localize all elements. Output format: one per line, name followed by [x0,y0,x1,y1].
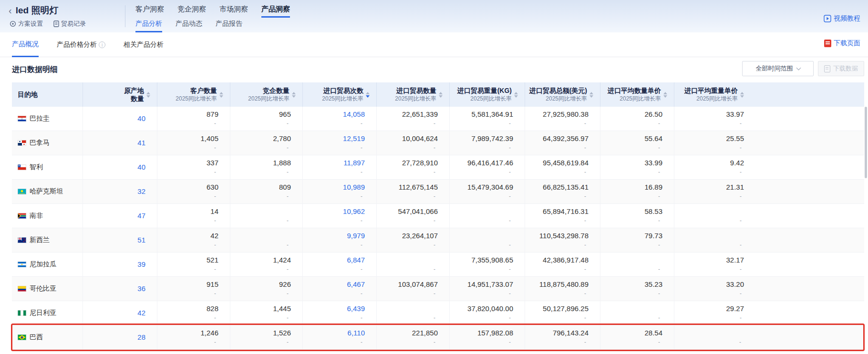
cell-competitor_count: - [230,204,303,228]
metric-value: 337 [207,159,218,167]
column-header-import_trade_weight_kg[interactable]: 进口贸易重量(KG)2025同比增长率 [450,82,525,107]
column-header-origin_count[interactable]: 原产地数量 [83,82,157,107]
metric-value: 5,581,364.91 [471,110,513,119]
metric-value: 157,982.08 [477,329,513,337]
tab-price-analysis[interactable]: 产品价格分析 i [57,32,105,57]
cell-origin-count: 42 [83,301,157,325]
metric-value: 33.20 [726,280,744,289]
cell-destination: 智利 [12,155,83,179]
sort-carets-icon[interactable] [292,92,296,98]
scheme-settings-button[interactable]: 方案设置 [10,20,43,28]
country-name: 巴拉圭 [30,114,50,123]
column-header-import_trade_count[interactable]: 进口贸易次数2025同比增长率 [303,82,377,107]
column-header-import_avg_weight_price[interactable]: 进口平均重量单价2025同比增长率 [674,82,864,107]
tab-related-products[interactable]: 相关产品分析 [124,32,164,57]
metric-value: 65,894,716.31 [543,207,589,216]
metric-value: 112,675,145 [399,183,438,192]
growth-rate-value: - [584,339,589,346]
table-row-panama: 巴拿马411,405-2,780-12,519-10,004,624-7,989… [12,131,864,155]
growth-rate-value: - [214,242,218,249]
origin-count-link[interactable]: 28 [137,333,145,342]
sort-carets-icon[interactable] [366,92,370,98]
origin-count-link[interactable]: 40 [137,114,145,123]
column-header-customer_count[interactable]: 客户数量2025同比增长率 [157,82,230,107]
tab-product-overview[interactable]: 产品概况 [12,32,39,57]
cell-import_trade_amount_usd: 118,875,480.89- [525,277,600,301]
cell-import_avg_qty_price: 58.53- [600,204,674,228]
metric-value: 879 [207,110,218,119]
cell-destination: 尼加拉瓜 [12,253,83,276]
growth-rate-value: - [214,169,218,176]
trade-count-link[interactable]: 9,979 [347,232,365,240]
import-data-table: 目的地原产地数量客户数量2025同比增长率竞企数量2025同比增长率进口贸易次数… [12,82,864,350]
trade-records-button[interactable]: 贸易记录 [53,20,86,28]
time-range-select[interactable]: 全部时间范围 [742,61,814,76]
subnav-product-dynamics[interactable]: 产品动态 [176,20,202,32]
origin-count-link[interactable]: 47 [137,212,145,220]
growth-rate-value: - [740,144,744,152]
trade-count-link[interactable]: 6,110 [348,329,365,337]
cell-competitor_count: 809- [230,180,303,203]
header-divider [125,5,125,27]
growth-rate-value: - [509,144,513,152]
origin-count-link[interactable]: 51 [137,236,145,244]
nav-market-insight[interactable]: 市场洞察 [219,5,248,18]
download-data-label: 下载数据 [833,64,858,73]
sort-carets-icon[interactable] [663,92,667,98]
column-header-import_avg_qty_price[interactable]: 进口平均数量单价2025同比增长率 [600,82,674,107]
country-name: 哥伦比亚 [30,284,56,293]
trade-count-link[interactable]: 11,897 [343,159,365,167]
nav-product-insight[interactable]: 产品洞察 [261,5,290,18]
column-header-import_trade_qty[interactable]: 进口贸易数量2025同比增长率 [377,82,450,107]
trade-count-link[interactable]: 10,962 [343,207,365,216]
metric-value: 79.73 [644,232,662,240]
cell-import_avg_qty_price: 55.64- [600,131,674,155]
sort-carets-icon[interactable] [146,92,150,98]
trade-count-link[interactable]: 14,058 [343,110,365,119]
vertical-scrollbar[interactable] [865,107,867,178]
nav-competitor-insight[interactable]: 竞企洞察 [177,5,206,18]
video-tutorial-link[interactable]: 视频教程 [824,14,860,23]
subnav-product-analysis[interactable]: 产品分析 [135,20,162,32]
cell-destination: 巴拉圭 [12,107,83,131]
cell-import_trade_qty: - [377,253,450,276]
cell-import_trade_amount_usd: 42,386,917.48- [525,253,600,276]
sort-carets-icon[interactable] [439,92,443,98]
origin-count-link[interactable]: 32 [137,187,145,196]
trade-count-link[interactable]: 6,439 [347,304,365,313]
back-icon[interactable]: ‹ [9,6,12,15]
sort-carets-icon[interactable] [219,92,223,98]
column-header-import_trade_amount_usd[interactable]: 进口贸易总额(美元)2025同比增长率 [525,82,600,107]
origin-count-link[interactable]: 39 [137,260,145,269]
cell-origin-count: 51 [83,228,157,252]
growth-rate-value: - [584,120,589,127]
sort-carets-icon[interactable] [740,92,744,98]
growth-rate-value: - [214,290,218,297]
subnav-product-report[interactable]: 产品报告 [216,20,242,32]
origin-count-link[interactable]: 42 [137,309,145,317]
cell-import_trade_amount_usd: 50,127,896.25- [525,301,600,325]
nav-customer-insight[interactable]: 客户洞察 [135,5,164,18]
time-range-value: 全部时间范围 [756,64,793,73]
info-icon[interactable]: i [99,41,105,48]
download-page-button[interactable]: 下载页面 [824,39,860,48]
growth-rate-value: - [584,144,589,152]
trade-count-link[interactable]: 6,847 [347,256,365,264]
sort-carets-icon[interactable] [589,92,593,98]
download-data-button[interactable]: 下载数据 [818,61,864,76]
cell-customer_count: 1,246- [157,325,230,349]
metric-value: 14 [210,207,218,216]
origin-count-link[interactable]: 40 [137,163,145,172]
sort-carets-icon[interactable] [514,92,518,98]
growth-rate-value: - [434,120,438,127]
cell-import_trade_weight_kg: - [450,204,525,228]
column-header-competitor_count[interactable]: 竞企数量2025同比增长率 [230,82,303,107]
growth-rate-value: - [287,193,291,200]
cell-import_trade_amount_usd: 110,543,298.78- [525,228,600,252]
trade-count-link[interactable]: 10,989 [343,183,365,192]
origin-count-link[interactable]: 36 [137,284,145,293]
metric-value: 96,416,417.46 [467,159,513,167]
trade-count-link[interactable]: 6,467 [347,280,365,289]
origin-count-link[interactable]: 41 [137,139,145,147]
trade-count-link[interactable]: 12,519 [343,134,365,143]
